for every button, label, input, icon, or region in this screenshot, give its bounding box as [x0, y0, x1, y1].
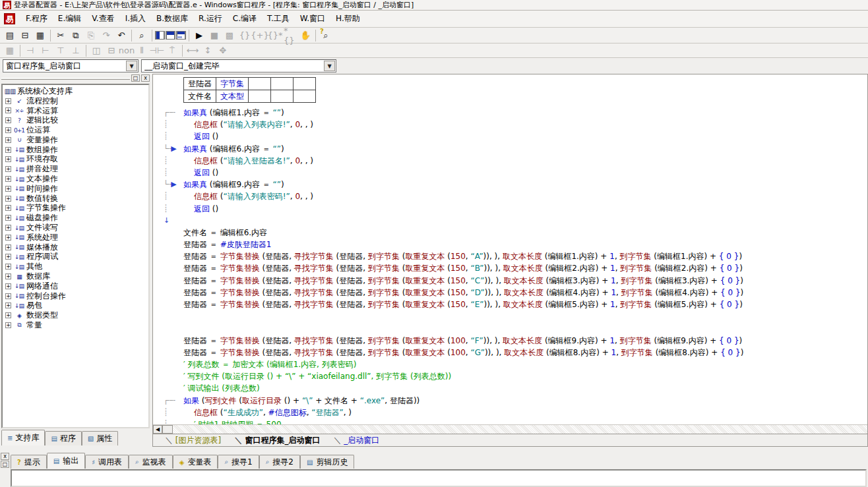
tree-item[interactable]: + ⧉ 常量 — [4, 320, 148, 330]
tree-item[interactable]: + ↓▤ 文件读写 — [4, 223, 148, 233]
code-line[interactable]: ┊信息框 (“生成成功”, #信息图标, “登陆器”, ) — [162, 407, 867, 418]
menu-item[interactable]: F.程序 — [20, 11, 53, 26]
tree-root-item[interactable]: ▥▥ 系统核心支持库 — [4, 86, 148, 96]
code-line[interactable]: 登陆器 ＝ 字节集替换 (登陆器, 寻找字节集 (登陆器, 到字节集 (取重复文… — [162, 275, 867, 287]
center-vert-icon[interactable]: ⊟ — [104, 44, 119, 57]
expand-plus-icon[interactable]: + — [5, 186, 11, 192]
tab-support-library[interactable]: ≣ 支持库 — [1, 430, 45, 445]
redo-icon[interactable]: ↷ — [99, 29, 113, 42]
step-out-icon[interactable]: {}* — [268, 29, 282, 42]
menu-item[interactable]: T.工具 — [262, 11, 295, 26]
expand-plus-icon[interactable]: + — [5, 137, 11, 143]
expand-plus-icon[interactable]: + — [5, 166, 11, 172]
variable-cell[interactable] — [271, 78, 294, 90]
code-line[interactable]: 登陆器 ＝ #皮肤登陆器1 — [162, 239, 867, 250]
tab-search-1[interactable]: ⌕ 搜寻1 — [218, 455, 259, 469]
align-right-icon[interactable]: ⊢ — [38, 44, 53, 57]
same-height-icon[interactable]: ↕ — [201, 44, 215, 57]
expand-plus-icon[interactable]: + — [5, 322, 11, 328]
code-line[interactable]: ↓ — [162, 215, 867, 227]
code-line[interactable]: ┊信息框 (“请输入列表内容!”, 0, , ) — [162, 119, 867, 130]
menu-item[interactable]: C.编译 — [228, 11, 262, 26]
expand-plus-icon[interactable]: + — [5, 107, 11, 113]
code-line[interactable]: ┊′ 时钟1.时钟周期 ＝ 500 — [162, 418, 867, 424]
tree-item[interactable]: + ↙ 流程控制 — [4, 96, 148, 106]
tree-item[interactable]: + ∪ 变量操作 — [4, 135, 148, 145]
undo-icon[interactable]: ↶ — [114, 29, 129, 42]
pause-icon[interactable]: ✋ — [298, 29, 313, 42]
chevron-down-icon[interactable]: ▼ — [126, 61, 137, 71]
align-top-icon[interactable]: ⊤ — [53, 44, 68, 57]
tree-item[interactable]: + ↓▤ 控制台操作 — [4, 291, 148, 301]
help-find-icon[interactable]: ⌕ — [319, 29, 333, 42]
tab-program[interactable]: ▤ 程序 — [45, 431, 81, 445]
menu-item[interactable]: V.查看 — [86, 11, 119, 26]
align-bottom-icon[interactable]: ⊥ — [69, 44, 83, 57]
make-same-width-icon[interactable]: ⊣⊢ — [150, 44, 164, 57]
tree-item[interactable]: + ↓▤ 系统处理 — [4, 233, 148, 243]
tree-item[interactable]: + ↓▤ 其他 — [4, 262, 148, 272]
scroll-left-arrow-icon[interactable]: ◀ — [153, 425, 162, 434]
expand-plus-icon[interactable]: + — [5, 147, 11, 153]
local-variables-table[interactable]: 登陆器字节集文件名文本型 — [183, 77, 316, 103]
step-over-icon[interactable]: {+} — [253, 29, 267, 42]
tree-item[interactable]: + ↓▤ 环境存取 — [4, 155, 148, 165]
code-line[interactable]: ′ 调试输出 (列表总数) — [162, 382, 867, 394]
panel-grip[interactable] — [1, 78, 130, 80]
expand-plus-icon[interactable]: + — [5, 156, 11, 162]
make-same-height-icon[interactable]: ⍑ — [165, 44, 179, 57]
tree-item[interactable]: + ↓▤ 网络通信 — [4, 281, 148, 291]
code-line[interactable]: └╌▶如果真 (编辑框6.内容 ＝ “”) — [162, 143, 867, 155]
panel-restore-button[interactable]: □ — [131, 74, 140, 82]
save-icon[interactable]: ▦ — [33, 29, 47, 42]
code-line[interactable]: 登陆器 ＝ 字节集替换 (登陆器, 寻找字节集 (登陆器, 到字节集 (取重复文… — [162, 299, 867, 310]
code-line[interactable]: ┊信息框 (“请输入登陆器名!”, 0, , ) — [162, 155, 867, 167]
code-line[interactable]: ┊返回 () — [162, 167, 867, 179]
variable-cell[interactable]: 登陆器 — [184, 78, 216, 90]
space-across-icon[interactable]: non — [119, 44, 134, 57]
tab-search-2[interactable]: ⌕ 搜寻2 — [259, 455, 300, 469]
cut-icon[interactable]: ✂ — [53, 29, 68, 42]
align-left-icon[interactable]: ⊣ — [23, 44, 38, 57]
tree-item[interactable]: + ↓▤ 拼音处理 — [4, 164, 148, 174]
code-line[interactable]: 登陆器 ＝ 字节集替换 (登陆器, 寻找字节集 (登陆器, 到字节集 (取重复文… — [162, 287, 867, 299]
code-area[interactable]: 登陆器字节集文件名文本型 ┌╌╌如果真 (编辑框1.内容 ＝ “”)┊信息框 (… — [153, 74, 867, 424]
stop-icon[interactable]: ■ — [207, 29, 222, 42]
expand-plus-icon[interactable]: + — [5, 312, 11, 318]
code-line[interactable]: 文件名 ＝ 编辑框6.内容 — [162, 227, 867, 239]
tree-item[interactable]: + 0+1 位运算 — [4, 125, 148, 135]
tab-watch-table[interactable]: ⌕ 监视表 — [129, 455, 173, 469]
menu-item[interactable]: B.数据库 — [151, 11, 193, 26]
variable-row[interactable]: 登陆器字节集 — [184, 78, 316, 90]
paste-icon[interactable]: ⎘ — [84, 29, 98, 42]
scrollbar-thumb[interactable] — [162, 425, 173, 434]
menu-item[interactable]: E.编辑 — [53, 11, 86, 26]
tree-item[interactable]: + ↓▤ 易包 — [4, 301, 148, 311]
chevron-down-icon[interactable]: ▼ — [324, 61, 335, 71]
tree-item[interactable]: + ↓▤ 媒体播放 — [4, 243, 148, 252]
menu-item[interactable]: H.帮助 — [330, 11, 365, 26]
panel-close-button[interactable]: x — [141, 74, 150, 82]
variable-row[interactable]: 文件名文本型 — [184, 90, 316, 103]
code-line[interactable] — [162, 322, 867, 334]
view-bottom-icon[interactable] — [176, 31, 186, 40]
expand-plus-icon[interactable]: + — [5, 293, 11, 299]
tab-hint[interactable]: ? 提示 — [11, 455, 47, 469]
expand-plus-icon[interactable]: + — [5, 254, 11, 260]
code-line[interactable]: ┊返回 () — [162, 203, 867, 215]
variable-cell[interactable] — [271, 90, 294, 103]
variable-cell[interactable] — [294, 78, 316, 90]
code-line[interactable]: 登陆器 ＝ 字节集替换 (登陆器, 寻找字节集 (登陆器, 到字节集 (取重复文… — [162, 250, 867, 262]
restore-dock-button[interactable]: □ — [1, 461, 9, 468]
find-icon[interactable]: ⌕ — [135, 29, 149, 42]
program-set-combobox[interactable]: 窗口程序集_启动窗口 ▼ — [3, 59, 139, 72]
step-in-icon[interactable]: {} — [237, 29, 252, 42]
event-combobox[interactable]: __启动窗口_创建完毕 ▼ — [141, 59, 336, 72]
code-line[interactable]: 登陆器 ＝ 字节集替换 (登陆器, 寻找字节集 (登陆器, 到字节集 (取重复文… — [162, 347, 867, 358]
menu-item[interactable]: R.运行 — [193, 11, 228, 26]
tree-item[interactable]: + ↓▤ 文本操作 — [4, 174, 148, 184]
expand-plus-icon[interactable]: + — [5, 215, 11, 221]
tree-item[interactable]: + ↓▤ 数组操作 — [4, 145, 148, 155]
code-line[interactable]: ┌╌╌如果真 (编辑框1.内容 ＝ “”) — [162, 107, 867, 119]
menu-item[interactable]: I.插入 — [120, 11, 151, 26]
